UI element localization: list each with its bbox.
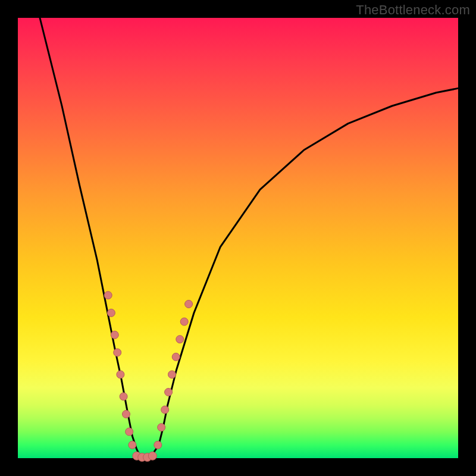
bead bbox=[180, 318, 188, 325]
curve-beads bbox=[104, 292, 192, 462]
bead bbox=[104, 292, 112, 299]
watermark-text: TheBottleneck.com bbox=[356, 2, 470, 18]
chart-overlay bbox=[18, 18, 458, 458]
bead bbox=[165, 389, 173, 396]
bead bbox=[161, 406, 169, 414]
bead bbox=[185, 300, 193, 308]
bead bbox=[126, 428, 133, 436]
bead bbox=[111, 331, 118, 339]
bead bbox=[172, 353, 180, 361]
bead bbox=[120, 393, 127, 400]
bead bbox=[168, 371, 176, 378]
bead bbox=[107, 309, 115, 317]
chart-frame: TheBottleneck.com bbox=[0, 0, 476, 476]
bead bbox=[129, 441, 136, 449]
bead bbox=[158, 424, 165, 431]
bead bbox=[117, 371, 124, 378]
bottleneck-curve bbox=[40, 18, 458, 458]
bead bbox=[154, 441, 162, 449]
bead bbox=[114, 349, 121, 356]
bead bbox=[123, 411, 130, 418]
bead bbox=[148, 452, 156, 460]
bead bbox=[176, 336, 184, 343]
